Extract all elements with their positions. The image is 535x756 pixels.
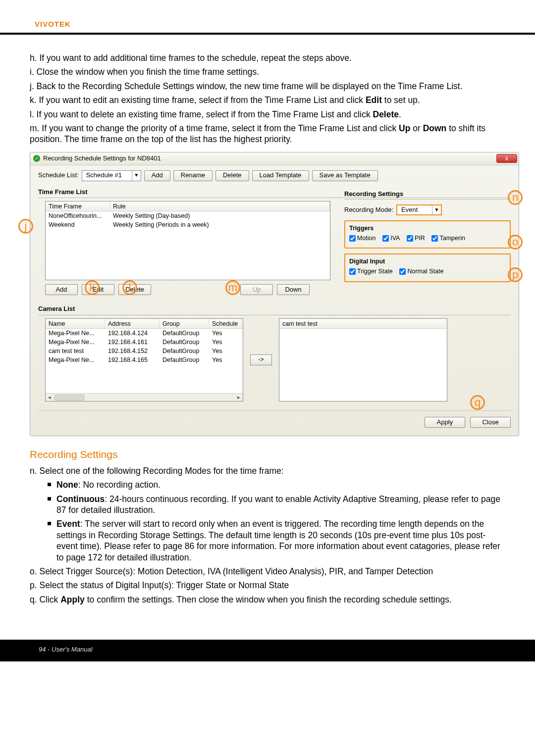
cam-schedule: Yes — [209, 338, 242, 347]
instr-l: l. If you want to delete an existing tim… — [30, 109, 505, 120]
tf-edit-button[interactable]: Edit — [82, 284, 114, 295]
cam-header: Name Address Group Schedule — [46, 319, 243, 329]
tf-up-button[interactable]: Up — [240, 284, 273, 295]
tf-row[interactable]: Weekend Weekly Setting (Periods in a wee… — [46, 220, 330, 229]
instr-o: o. Select Trigger Source(s): Motion Dete… — [30, 566, 505, 577]
selected-camera-head: cam test test — [279, 319, 447, 329]
cam-h-schedule: Schedule — [209, 319, 242, 328]
instr-k-post: to set up. — [382, 95, 420, 105]
tf-row-rule: Weekly Setting (Periods in a week) — [110, 220, 330, 229]
titlebar: ✓ Recording Schedule Settings for ND8401… — [30, 152, 519, 165]
recording-settings-title: Recording Settings — [344, 190, 511, 199]
schedule-list-combo[interactable]: Schedule #1 ▼ — [82, 170, 141, 181]
cam-name: Mega-Pixel Ne... — [46, 338, 105, 347]
chevron-down-icon[interactable]: ▼ — [432, 205, 441, 215]
instr-j-text: j. Back to the Recording Schedule Settin… — [30, 81, 463, 91]
digital-input-group: Digital Input Trigger State Normal State — [344, 253, 511, 282]
tf-row-name: Weekend — [46, 220, 110, 229]
pir-checkbox[interactable]: PIR — [407, 234, 425, 242]
selected-camera-box[interactable]: cam test test — [279, 318, 447, 402]
instr-q-post: to confirm the settings. Then close the … — [85, 595, 452, 605]
table-row[interactable]: Mega-Pixel Ne... 192.168.4.124 DefaultGr… — [46, 329, 243, 338]
instr-q: q. Click Apply to confirm the settings. … — [30, 594, 505, 605]
instr-k: k. If you want to edit an existing time … — [30, 95, 505, 105]
table-row[interactable]: Mega-Pixel Ne... 192.168.4.165 DefaultGr… — [46, 355, 243, 364]
recording-mode-row: Recording Mode: Event ▼ — [344, 204, 511, 215]
scroll-right-icon[interactable]: ▸ — [235, 394, 243, 401]
instr-l-post: . — [399, 109, 401, 119]
normal-state-label: Normal State — [407, 267, 443, 275]
bullet-continuous: Continuous: 24-hours continuous recordin… — [48, 494, 505, 516]
load-template-button[interactable]: Load Template — [252, 170, 309, 181]
cam-schedule: Yes — [209, 347, 242, 355]
cam-h-name: Name — [46, 319, 105, 328]
iva-checkbox[interactable]: IVA — [382, 234, 400, 242]
cam-name: Mega-Pixel Ne... — [46, 355, 105, 364]
bullet-event-b: Event — [56, 519, 80, 529]
close-button[interactable]: Close — [470, 417, 511, 428]
bottom-button-row: Apply Close — [38, 410, 511, 428]
digital-input-title: Digital Input — [349, 257, 506, 265]
cam-group: DefaultGroup — [160, 355, 209, 364]
instr-i: i. Close the window when you finish the … — [30, 66, 505, 77]
tampering-checkbox[interactable]: Tamperin — [431, 234, 465, 242]
motion-checkbox[interactable]: Motion — [349, 234, 376, 242]
table-row[interactable]: Mega-Pixel Ne... 192.168.4.161 DefaultGr… — [46, 338, 243, 347]
tf-add-button[interactable]: Add — [45, 284, 78, 295]
camera-list-table[interactable]: Name Address Group Schedule Mega-Pixel N… — [45, 318, 243, 402]
delete-schedule-button[interactable]: Delete — [215, 170, 249, 181]
instr-n: n. Select one of the following Recording… — [30, 465, 505, 476]
cam-address: 192.168.4.161 — [105, 338, 160, 347]
recording-settings-pane: Recording Settings Recording Mode: Event… — [344, 190, 511, 282]
tf-header: Time Frame Rule — [46, 202, 330, 211]
instr-m-b2: Down — [423, 123, 447, 133]
cam-h-address: Address — [105, 319, 160, 328]
page-footer: 94 - User's Manual — [0, 640, 535, 661]
brand-name: VIVOTEK — [35, 20, 71, 28]
instr-k-pre: k. If you want to edit an existing time … — [30, 95, 366, 105]
tf-head-name: Time Frame — [46, 202, 110, 211]
instr-l-pre: l. If you want to delete an existing tim… — [30, 109, 373, 119]
bullet-cont-txt: : 24-hours continuous recording. If you … — [56, 494, 500, 515]
instr-m: m. If you want to change the priority of… — [30, 123, 505, 145]
apply-button[interactable]: Apply — [425, 417, 465, 428]
save-template-button[interactable]: Save as Template — [312, 170, 378, 181]
table-row[interactable]: cam test test 192.168.4.152 DefaultGroup… — [46, 347, 243, 355]
rename-schedule-button[interactable]: Rename — [173, 170, 213, 181]
bullet-none: None: No recording action. — [48, 479, 505, 490]
instr-k-bold: Edit — [366, 95, 382, 105]
app-icon: ✓ — [33, 155, 40, 162]
chevron-down-icon[interactable]: ▼ — [132, 171, 141, 181]
triggers-title: Triggers — [349, 224, 506, 232]
bullet-event-txt: : The server will start to record only w… — [56, 519, 500, 562]
cam-schedule: Yes — [209, 355, 242, 364]
trigger-state-label: Trigger State — [357, 267, 393, 275]
bullet-none-txt: : No recording action. — [78, 480, 160, 490]
tf-delete-button[interactable]: Delete — [118, 284, 151, 295]
tf-head-rule: Rule — [110, 202, 330, 211]
divider — [344, 199, 511, 200]
normal-state-checkbox[interactable]: Normal State — [399, 267, 443, 275]
add-schedule-button[interactable]: Add — [144, 170, 170, 181]
motion-label: Motion — [357, 234, 376, 242]
move-column: -> — [250, 318, 272, 402]
scroll-left-icon[interactable]: ◂ — [46, 394, 54, 401]
instr-p: p. Select the status of Digital Input(s)… — [30, 580, 505, 591]
time-frame-list[interactable]: Time Frame Rule NoneOfficehourin... Week… — [45, 201, 330, 280]
cam-name: cam test test — [46, 347, 105, 355]
tf-down-button[interactable]: Down — [277, 284, 310, 295]
bullet-none-b: None — [56, 480, 78, 490]
schedule-row: Schedule List: Schedule #1 ▼ Add Rename … — [38, 170, 511, 181]
recording-mode-combo[interactable]: Event ▼ — [396, 204, 442, 215]
horizontal-scrollbar[interactable]: ◂ ▸ — [46, 393, 243, 401]
annotation-j: j — [18, 219, 33, 234]
divider — [38, 315, 511, 315]
close-icon[interactable]: x — [496, 154, 517, 163]
cam-address: 192.168.4.152 — [105, 347, 160, 355]
move-right-button[interactable]: -> — [250, 354, 272, 365]
instr-m-b1: Up — [399, 123, 410, 133]
cam-name: Mega-Pixel Ne... — [46, 329, 105, 338]
tf-row[interactable]: NoneOfficehourin... Weekly Setting (Day-… — [46, 211, 330, 220]
scroll-thumb[interactable] — [54, 395, 84, 401]
trigger-state-checkbox[interactable]: Trigger State — [349, 267, 393, 275]
